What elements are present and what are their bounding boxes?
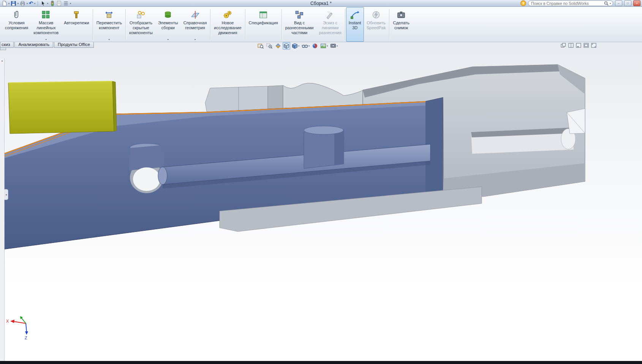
linear-pattern-caret[interactable]: ▾: [46, 38, 47, 41]
reference-geometry-caret[interactable]: ▾: [194, 38, 196, 41]
hide-show-items-icon[interactable]: ▾: [301, 42, 310, 50]
window-minimize-icon[interactable]: [576, 43, 581, 49]
linear-pattern-label: Массив линейных компонентов: [33, 20, 59, 35]
window-restore-icon[interactable]: [583, 43, 589, 49]
heads-up-view-toolbar: ▾ ▾ ▾ ▾: [257, 42, 338, 50]
view-settings-caret[interactable]: ▾: [337, 45, 338, 47]
section-view-icon[interactable]: [274, 42, 282, 50]
bom-label: Спецификация: [249, 20, 278, 25]
reference-triad: X Z: [6, 316, 28, 340]
search-icon[interactable]: [604, 1, 609, 6]
search-input[interactable]: [530, 1, 603, 6]
print-icon[interactable]: [20, 0, 25, 6]
close-button[interactable]: ×: [633, 0, 640, 6]
edit-appearance-icon[interactable]: [311, 42, 319, 50]
mates-button[interactable]: Условия сопряжения: [2, 7, 31, 42]
solidworks-window: ▾ ▾ ▾ ↶ ▾ ▾ ▾: [0, 0, 642, 364]
tree-scrollbar[interactable]: ▴: [0, 58, 5, 361]
help-search-box: ▾: [528, 0, 613, 6]
help-balloon-icon[interactable]: ?: [520, 0, 526, 6]
reference-geometry-icon: [190, 9, 200, 20]
speedpak-label: Обновить SpeedPak: [367, 20, 386, 30]
graphics-area[interactable]: X Z скиз Анализировать Продукты Office: [0, 41, 642, 361]
ribbon-separator: [281, 9, 282, 40]
zoom-area-icon[interactable]: [266, 42, 274, 50]
ribbon-separator: [93, 9, 93, 40]
display-style-icon[interactable]: ▾: [291, 42, 300, 50]
mates-icon: [12, 9, 22, 20]
fullscreen-icon[interactable]: [591, 43, 596, 49]
undo-icon[interactable]: ↶: [29, 0, 33, 6]
instant3d-button[interactable]: Instant 3D: [346, 7, 364, 42]
bom-button[interactable]: Спецификация: [246, 7, 281, 42]
display-style-caret[interactable]: ▾: [298, 45, 299, 47]
command-manager-tabs: скиз Анализировать Продукты Office: [0, 41, 94, 48]
bolt-hole[interactable]: [129, 143, 164, 193]
print-dropdown-caret[interactable]: ▾: [27, 2, 28, 5]
hide-show-caret[interactable]: ▾: [308, 45, 310, 47]
ribbon-separator: [345, 9, 345, 40]
minimize-button[interactable]: –: [615, 0, 622, 6]
assembly-3d-model[interactable]: X Z: [0, 41, 642, 361]
apply-scene-icon[interactable]: ▾: [319, 42, 329, 50]
yellow-slide-block[interactable]: [8, 81, 117, 134]
view-orientation-icon[interactable]: [283, 42, 290, 50]
tab-office-products[interactable]: Продукты Office: [54, 41, 94, 48]
apply-scene-caret[interactable]: ▾: [327, 45, 328, 47]
undo-dropdown-caret[interactable]: ▾: [34, 2, 35, 5]
assembly-features-button[interactable]: Элементы сборки ▾: [155, 7, 181, 42]
exploded-view-button[interactable]: Вид с разнесенными частями: [283, 7, 316, 42]
tab-evaluate[interactable]: Анализировать: [14, 41, 53, 48]
options-icon[interactable]: [63, 0, 69, 6]
smart-fasteners-button[interactable]: Автокрепежи: [61, 7, 92, 42]
motion-study-icon: [223, 9, 232, 20]
snapshot-icon: [396, 9, 406, 20]
zoom-fit-icon[interactable]: [257, 42, 265, 50]
new-dropdown-caret[interactable]: ▾: [8, 2, 9, 5]
view-settings-icon[interactable]: ▾: [329, 42, 338, 50]
assembly-features-label: Элементы сборки: [158, 20, 178, 30]
smart-fasteners-label: Автокрепежи: [64, 20, 89, 25]
move-component-label: Переместить компонент: [96, 20, 122, 30]
select-arrow-icon[interactable]: [40, 0, 46, 6]
tab-sketch[interactable]: скиз: [0, 41, 14, 48]
instant3d-label: Instant 3D: [349, 20, 361, 30]
select-dropdown-caret[interactable]: ▾: [47, 2, 48, 5]
new-document-icon[interactable]: [2, 0, 7, 6]
ribbon-separator: [210, 9, 210, 40]
scroll-up-arrow-icon[interactable]: ▴: [0, 59, 4, 62]
explode-lines-button: Эскиз с линиями разнесения: [316, 7, 344, 42]
move-component-caret[interactable]: ▾: [109, 38, 110, 41]
exploded-view-icon: [294, 9, 304, 20]
mates-label: Условия сопряжения: [5, 20, 28, 30]
assembly-features-icon: [163, 9, 173, 20]
titlebar: ▾ ▾ ▾ ↶ ▾ ▾ ▾: [0, 0, 642, 7]
window-tile-icon[interactable]: [568, 43, 574, 49]
search-scope-caret[interactable]: ▾: [610, 2, 611, 5]
save-dropdown-caret[interactable]: ▾: [17, 2, 19, 5]
window-cascade-icon[interactable]: [561, 43, 566, 49]
snapshot-label: Сделать снимок: [393, 20, 409, 30]
linear-pattern-button[interactable]: Массив линейных компонентов ▾: [31, 7, 61, 42]
exploded-view-label: Вид с разнесенными частями: [285, 20, 314, 35]
maximize-button[interactable]: □: [624, 0, 631, 6]
save-icon[interactable]: [11, 0, 16, 6]
bom-icon: [258, 9, 268, 20]
reference-geometry-button[interactable]: Справочная геометрия ▾: [181, 7, 210, 42]
ribbon-separator: [245, 9, 245, 40]
quick-access-toolbar: ▾ ▾ ▾ ↶ ▾ ▾ ▾: [2, 0, 71, 6]
file-properties-icon[interactable]: [56, 0, 62, 6]
options-dropdown-caret[interactable]: ▾: [70, 2, 71, 5]
panel-collapse-handle[interactable]: ◂: [4, 189, 8, 200]
motion-study-button[interactable]: Новое исследование движения: [211, 7, 244, 42]
document-window-controls: [561, 43, 596, 49]
assembly-features-caret[interactable]: ▾: [168, 38, 169, 41]
snapshot-button[interactable]: Сделать снимок: [390, 7, 412, 42]
vertical-boss[interactable]: [304, 126, 344, 169]
show-hidden-components-button[interactable]: Отобразить скрытые компоненты: [127, 7, 155, 42]
rebuild-icon[interactable]: [49, 0, 55, 6]
instant3d-icon: [350, 9, 360, 20]
explode-lines-icon: [325, 9, 335, 20]
move-component-button[interactable]: Переместить компонент ▾: [94, 7, 125, 42]
bottom-edge-bar: [0, 361, 642, 364]
